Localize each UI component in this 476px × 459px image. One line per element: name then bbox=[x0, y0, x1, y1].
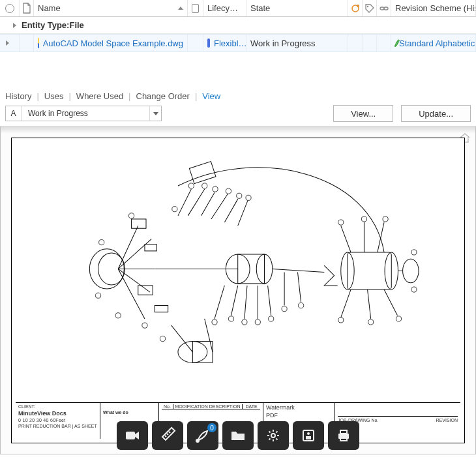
group-row-entity-type[interactable]: Entity Type:File bbox=[0, 17, 476, 34]
svg-rect-3 bbox=[380, 7, 384, 10]
tab-uses[interactable]: Uses bbox=[44, 91, 64, 101]
svg-point-21 bbox=[189, 183, 194, 188]
header-link-icon[interactable] bbox=[377, 0, 391, 16]
svg-point-25 bbox=[237, 193, 242, 198]
dwg-file-icon bbox=[38, 38, 39, 48]
svg-point-24 bbox=[226, 188, 231, 194]
svg-point-51 bbox=[196, 439, 199, 442]
settings-button[interactable] bbox=[258, 421, 289, 450]
header-attachment-icon[interactable] bbox=[348, 0, 363, 16]
svg-rect-58 bbox=[340, 437, 347, 441]
file-name[interactable]: AutoCAD Model Space Example.dwg bbox=[43, 38, 183, 48]
svg-point-39 bbox=[362, 216, 367, 222]
svg-point-28 bbox=[115, 313, 121, 318]
svg-point-2 bbox=[366, 5, 368, 7]
svg-point-34 bbox=[256, 319, 261, 325]
svg-rect-57 bbox=[340, 430, 347, 434]
svg-point-37 bbox=[282, 306, 287, 311]
tab-history[interactable]: History bbox=[5, 91, 31, 101]
svg-point-42 bbox=[368, 319, 374, 325]
svg-rect-55 bbox=[306, 436, 311, 439]
svg-rect-11 bbox=[145, 244, 156, 251]
header-doc-icon[interactable] bbox=[20, 0, 34, 16]
folder-button[interactable] bbox=[222, 421, 254, 450]
tab-where-used[interactable]: Where Used bbox=[76, 91, 123, 101]
header-state[interactable]: State bbox=[246, 0, 348, 16]
dwf-viewer: CLIENT: MinuteView Docs 0 10 20 30 40 60… bbox=[0, 126, 476, 454]
svg-point-47 bbox=[96, 293, 101, 298]
svg-point-41 bbox=[338, 318, 344, 323]
header-name-label: Name bbox=[38, 3, 61, 13]
view-toolbar: A Work in Progress View... Update... bbox=[0, 105, 476, 126]
svg-point-52 bbox=[271, 434, 275, 437]
print-button[interactable] bbox=[328, 421, 359, 450]
svg-point-35 bbox=[269, 316, 274, 321]
revision-select[interactable]: A Work in Progress bbox=[5, 106, 162, 121]
viewer-floating-toolbar: 0 bbox=[117, 421, 359, 450]
svg-point-33 bbox=[242, 319, 247, 325]
markup-count-badge: 0 bbox=[207, 423, 216, 432]
view-button[interactable]: View... bbox=[333, 105, 393, 122]
svg-point-31 bbox=[212, 319, 217, 325]
svg-rect-50 bbox=[162, 428, 175, 440]
drawing-canvas[interactable] bbox=[16, 142, 460, 402]
tab-view[interactable]: View bbox=[202, 91, 220, 101]
properties-button[interactable] bbox=[293, 421, 324, 450]
svg-point-45 bbox=[411, 287, 417, 292]
camera-button[interactable] bbox=[117, 421, 148, 450]
svg-point-36 bbox=[299, 303, 304, 308]
svg-point-1 bbox=[357, 5, 359, 7]
tab-change-order[interactable]: Change Order bbox=[136, 91, 190, 101]
header-select-all-circle[interactable] bbox=[0, 0, 20, 16]
svg-point-48 bbox=[172, 207, 177, 212]
header-revision[interactable]: Revision Scheme (Hist… bbox=[391, 0, 476, 16]
svg-rect-49 bbox=[126, 432, 135, 439]
svg-rect-4 bbox=[384, 7, 388, 10]
lifecycle-icon bbox=[207, 38, 210, 48]
svg-point-40 bbox=[383, 216, 388, 222]
sort-asc-icon bbox=[178, 7, 183, 10]
svg-point-43 bbox=[396, 316, 402, 321]
expand-icon bbox=[6, 40, 9, 46]
svg-point-27 bbox=[129, 213, 134, 218]
svg-point-54 bbox=[307, 432, 310, 435]
expand-icon bbox=[13, 23, 16, 28]
svg-rect-13 bbox=[238, 254, 265, 284]
header-check-all[interactable] bbox=[188, 0, 203, 16]
revision-code: A bbox=[6, 106, 22, 121]
svg-rect-9 bbox=[138, 286, 153, 295]
drawing-sheet[interactable]: CLIENT: MinuteView Docs 0 10 20 30 40 60… bbox=[11, 138, 465, 443]
svg-point-18 bbox=[403, 259, 419, 283]
measure-button[interactable] bbox=[152, 421, 183, 450]
svg-rect-10 bbox=[155, 305, 168, 312]
svg-point-29 bbox=[142, 323, 147, 328]
svg-rect-8 bbox=[132, 219, 146, 228]
svg-rect-5 bbox=[190, 162, 216, 184]
file-row[interactable]: AutoCAD Model Space Example.dwg Flexibl…… bbox=[0, 34, 476, 52]
svg-point-44 bbox=[411, 250, 417, 255]
header-name[interactable]: Name bbox=[34, 0, 188, 16]
revision-label: Work in Progress bbox=[22, 109, 88, 118]
svg-point-30 bbox=[160, 336, 166, 341]
svg-point-38 bbox=[338, 220, 344, 225]
chevron-down-icon bbox=[149, 106, 161, 121]
svg-point-22 bbox=[202, 183, 207, 188]
header-tag-icon[interactable] bbox=[363, 0, 377, 16]
model-space-drawing bbox=[33, 153, 442, 392]
detail-tabs: History| Uses| Where Used| Change Order|… bbox=[0, 91, 476, 105]
grid-header-row: Name Lifecy… State Revision Scheme (Hist… bbox=[0, 0, 476, 17]
svg-point-46 bbox=[99, 240, 104, 245]
update-button[interactable]: Update... bbox=[401, 105, 471, 122]
svg-point-32 bbox=[229, 316, 234, 321]
svg-point-23 bbox=[213, 186, 218, 192]
markup-button[interactable]: 0 bbox=[187, 421, 218, 450]
header-lifecycle[interactable]: Lifecy… bbox=[203, 0, 246, 16]
svg-point-26 bbox=[246, 195, 251, 200]
